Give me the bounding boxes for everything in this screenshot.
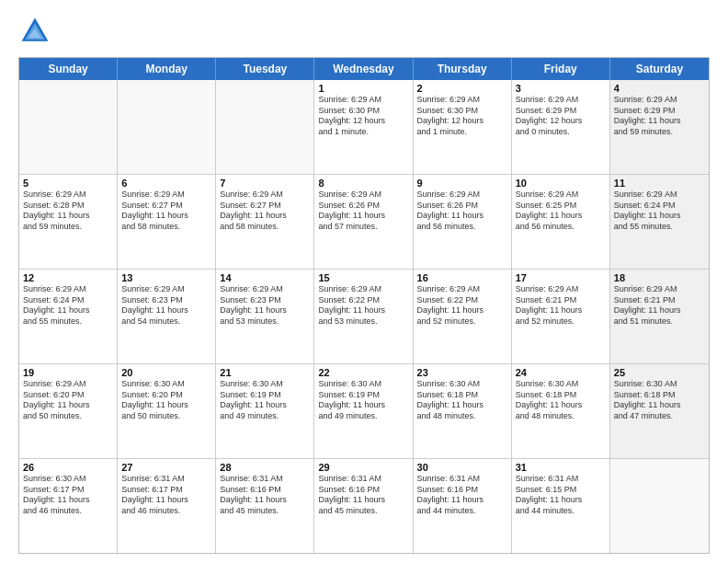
page: SundayMondayTuesdayWednesdayThursdayFrid… [0,0,728,563]
day-number: 8 [318,178,408,189]
day-number: 31 [516,462,606,473]
cell-info: Sunrise: 6:31 AM Sunset: 6:16 PM Dayligh… [220,474,310,517]
calendar-row-3: 19Sunrise: 6:29 AM Sunset: 6:20 PM Dayli… [19,364,709,459]
cell-info: Sunrise: 6:29 AM Sunset: 6:21 PM Dayligh… [614,284,705,327]
calendar-cell: 2Sunrise: 6:29 AM Sunset: 6:30 PM Daylig… [414,80,512,174]
calendar-cell: 25Sunrise: 6:30 AM Sunset: 6:18 PM Dayli… [610,364,709,458]
day-number: 22 [318,367,408,378]
day-number: 26 [23,462,113,473]
cell-info: Sunrise: 6:29 AM Sunset: 6:22 PM Dayligh… [417,284,507,327]
day-number: 11 [614,178,705,189]
cell-info: Sunrise: 6:30 AM Sunset: 6:19 PM Dayligh… [318,379,408,422]
day-number: 24 [516,367,606,378]
calendar-cell: 9Sunrise: 6:29 AM Sunset: 6:26 PM Daylig… [414,175,512,269]
day-number: 29 [318,462,408,473]
calendar-row-4: 26Sunrise: 6:30 AM Sunset: 6:17 PM Dayli… [19,459,709,553]
calendar-cell: 27Sunrise: 6:31 AM Sunset: 6:17 PM Dayli… [118,459,216,553]
cell-info: Sunrise: 6:31 AM Sunset: 6:16 PM Dayligh… [318,474,408,517]
day-number: 5 [23,178,113,189]
calendar-cell: 20Sunrise: 6:30 AM Sunset: 6:20 PM Dayli… [118,364,216,458]
calendar-cell: 18Sunrise: 6:29 AM Sunset: 6:21 PM Dayli… [610,270,709,363]
header-day-friday: Friday [512,58,610,80]
cell-info: Sunrise: 6:29 AM Sunset: 6:25 PM Dayligh… [516,190,606,233]
cell-info: Sunrise: 6:29 AM Sunset: 6:24 PM Dayligh… [23,284,113,327]
calendar-cell [118,80,216,174]
calendar-cell: 12Sunrise: 6:29 AM Sunset: 6:24 PM Dayli… [19,270,118,363]
calendar-cell: 6Sunrise: 6:29 AM Sunset: 6:27 PM Daylig… [118,175,216,269]
calendar-cell: 1Sunrise: 6:29 AM Sunset: 6:30 PM Daylig… [314,80,413,174]
header [18,15,710,48]
day-number: 28 [220,462,310,473]
calendar-cell: 16Sunrise: 6:29 AM Sunset: 6:22 PM Dayli… [414,270,512,363]
day-number: 30 [417,462,507,473]
cell-info: Sunrise: 6:29 AM Sunset: 6:26 PM Dayligh… [417,190,507,233]
calendar-cell: 19Sunrise: 6:29 AM Sunset: 6:20 PM Dayli… [19,364,118,458]
day-number: 7 [220,178,310,189]
calendar-body: 1Sunrise: 6:29 AM Sunset: 6:30 PM Daylig… [19,80,709,553]
header-day-sunday: Sunday [19,58,118,80]
calendar-cell: 7Sunrise: 6:29 AM Sunset: 6:27 PM Daylig… [216,175,314,269]
cell-info: Sunrise: 6:29 AM Sunset: 6:29 PM Dayligh… [614,95,705,138]
calendar-cell [216,80,314,174]
cell-info: Sunrise: 6:29 AM Sunset: 6:23 PM Dayligh… [121,284,211,327]
day-number: 14 [220,272,310,283]
calendar-cell: 13Sunrise: 6:29 AM Sunset: 6:23 PM Dayli… [118,270,216,363]
cell-info: Sunrise: 6:29 AM Sunset: 6:20 PM Dayligh… [23,379,113,422]
day-number: 21 [220,367,310,378]
calendar-cell: 22Sunrise: 6:30 AM Sunset: 6:19 PM Dayli… [314,364,413,458]
day-number: 23 [417,367,507,378]
cell-info: Sunrise: 6:29 AM Sunset: 6:27 PM Dayligh… [121,190,211,233]
cell-info: Sunrise: 6:29 AM Sunset: 6:23 PM Dayligh… [220,284,310,327]
day-number: 9 [417,178,507,189]
cell-info: Sunrise: 6:30 AM Sunset: 6:18 PM Dayligh… [614,379,705,422]
calendar-cell: 8Sunrise: 6:29 AM Sunset: 6:26 PM Daylig… [314,175,413,269]
day-number: 13 [121,272,211,283]
day-number: 4 [614,83,705,94]
header-day-wednesday: Wednesday [314,58,413,80]
header-day-thursday: Thursday [414,58,512,80]
calendar-cell: 30Sunrise: 6:31 AM Sunset: 6:16 PM Dayli… [414,459,512,553]
day-number: 2 [417,83,507,94]
calendar-cell [610,459,709,553]
calendar-cell: 3Sunrise: 6:29 AM Sunset: 6:29 PM Daylig… [512,80,610,174]
cell-info: Sunrise: 6:30 AM Sunset: 6:18 PM Dayligh… [417,379,507,422]
day-number: 16 [417,272,507,283]
cell-info: Sunrise: 6:30 AM Sunset: 6:20 PM Dayligh… [121,379,211,422]
day-number: 12 [23,272,113,283]
day-number: 1 [318,83,408,94]
logo-icon [18,15,51,48]
calendar-cell: 24Sunrise: 6:30 AM Sunset: 6:18 PM Dayli… [512,364,610,458]
day-number: 25 [614,367,705,378]
cell-info: Sunrise: 6:31 AM Sunset: 6:15 PM Dayligh… [516,474,606,517]
cell-info: Sunrise: 6:30 AM Sunset: 6:17 PM Dayligh… [23,474,113,517]
calendar-row-2: 12Sunrise: 6:29 AM Sunset: 6:24 PM Dayli… [19,270,709,364]
cell-info: Sunrise: 6:30 AM Sunset: 6:19 PM Dayligh… [220,379,310,422]
calendar-cell: 14Sunrise: 6:29 AM Sunset: 6:23 PM Dayli… [216,270,314,363]
header-day-tuesday: Tuesday [216,58,314,80]
calendar-cell: 5Sunrise: 6:29 AM Sunset: 6:28 PM Daylig… [19,175,118,269]
cell-info: Sunrise: 6:31 AM Sunset: 6:17 PM Dayligh… [121,474,211,517]
calendar-cell: 10Sunrise: 6:29 AM Sunset: 6:25 PM Dayli… [512,175,610,269]
calendar-cell: 26Sunrise: 6:30 AM Sunset: 6:17 PM Dayli… [19,459,118,553]
calendar-cell: 29Sunrise: 6:31 AM Sunset: 6:16 PM Dayli… [314,459,413,553]
calendar-row-0: 1Sunrise: 6:29 AM Sunset: 6:30 PM Daylig… [19,80,709,175]
day-number: 18 [614,272,705,283]
calendar-cell: 21Sunrise: 6:30 AM Sunset: 6:19 PM Dayli… [216,364,314,458]
day-number: 20 [121,367,211,378]
day-number: 27 [121,462,211,473]
header-day-saturday: Saturday [610,58,709,80]
day-number: 3 [516,83,606,94]
day-number: 10 [516,178,606,189]
cell-info: Sunrise: 6:29 AM Sunset: 6:29 PM Dayligh… [516,95,606,138]
calendar-cell: 28Sunrise: 6:31 AM Sunset: 6:16 PM Dayli… [216,459,314,553]
header-day-monday: Monday [118,58,216,80]
cell-info: Sunrise: 6:29 AM Sunset: 6:27 PM Dayligh… [220,190,310,233]
day-number: 15 [318,272,408,283]
calendar-cell: 15Sunrise: 6:29 AM Sunset: 6:22 PM Dayli… [314,270,413,363]
cell-info: Sunrise: 6:29 AM Sunset: 6:21 PM Dayligh… [516,284,606,327]
day-number: 19 [23,367,113,378]
cell-info: Sunrise: 6:29 AM Sunset: 6:26 PM Dayligh… [318,190,408,233]
calendar-cell: 4Sunrise: 6:29 AM Sunset: 6:29 PM Daylig… [610,80,709,174]
cell-info: Sunrise: 6:29 AM Sunset: 6:30 PM Dayligh… [318,95,408,138]
cell-info: Sunrise: 6:29 AM Sunset: 6:30 PM Dayligh… [417,95,507,138]
